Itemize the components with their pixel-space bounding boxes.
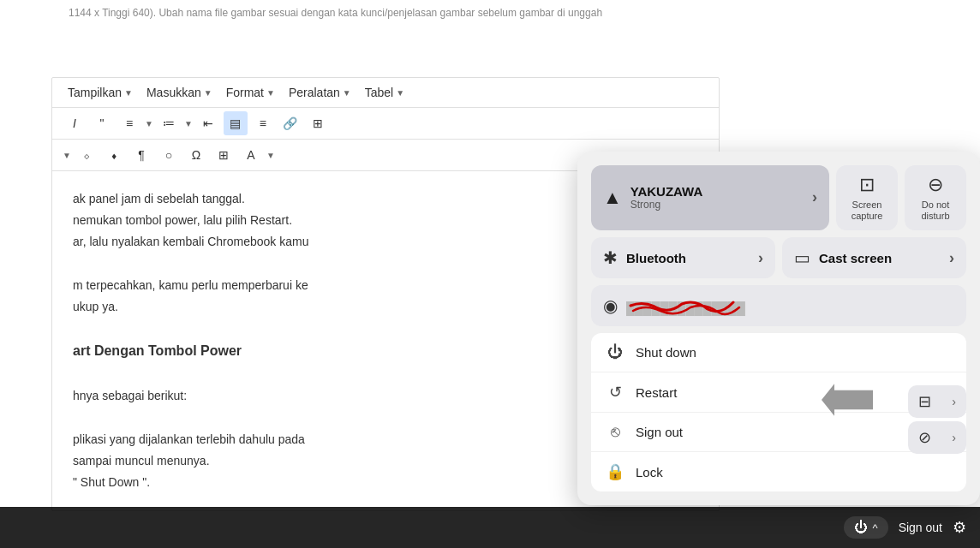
popup-mid-row: ✱ Bluetooth › ▭ Cast screen › <box>591 237 966 278</box>
menu-bar: Tampilkan ▼ Masukkan ▼ Format ▼ Peralata… <box>52 78 719 108</box>
bluetooth-chevron-icon: › <box>758 249 763 267</box>
shut-down-button[interactable]: ⏻ Shut down <box>591 333 966 372</box>
bluetooth-label: Bluetooth <box>626 251 750 265</box>
chevron-down-icon: ▼ <box>124 88 133 98</box>
draw-button[interactable]: ○ <box>157 143 181 167</box>
no-disturb-tile[interactable]: ⊘ › <box>908 421 966 454</box>
chevron-down-icon: ▼ <box>343 88 351 98</box>
menu-tampilkan[interactable]: Tampilkan ▼ <box>63 83 138 102</box>
font-color-chevron-icon: ▼ <box>266 151 275 160</box>
toolbar-row1: I " ≡ ▼ ≔ ▼ ⇤ ▤ ≡ 🔗 ⊞ <box>52 108 719 140</box>
info-bar: 1144 x Tinggi 640). Ubah nama file gamba… <box>69 7 602 19</box>
screen-capture-tile[interactable]: ⊡ Screen capture <box>836 165 898 230</box>
align-right-button[interactable]: ≡ <box>251 111 275 135</box>
cast-label: Cast screen <box>819 251 941 265</box>
cast-screen-tile[interactable]: ▭ Cast screen › <box>782 237 966 278</box>
user-name-scribble: ██████████████ <box>626 295 746 319</box>
wifi-chevron-icon: › <box>812 188 817 206</box>
restart-icon: ↺ <box>605 383 625 402</box>
menu-masukkan[interactable]: Masukkan ▼ <box>141 83 218 102</box>
taskbar-signout-label: Sign out <box>899 521 942 534</box>
font-size-chevron-icon: ▼ <box>63 151 71 160</box>
taskbar-power-icon: ⏻ <box>854 520 868 535</box>
lock-icon: 🔒 <box>605 462 625 481</box>
captions-chevron-icon: › <box>952 395 956 408</box>
taskbar-power-button[interactable]: ⏻ ^ <box>844 516 888 539</box>
do-not-disturb-tile[interactable]: ⊖ Do not disturb <box>905 165 966 230</box>
lock-button[interactable]: 🔒 Lock <box>591 452 966 491</box>
screen-capture-label: Screen capture <box>852 200 883 222</box>
popup-top-row: ▲ YAKUZAWA Strong › ⊡ Screen capture ⊖ D… <box>591 165 966 230</box>
user-row: ◉ ██████████████ <box>591 285 966 326</box>
cast-icon: ▭ <box>794 247 810 268</box>
no-disturb-chevron-icon: › <box>952 431 956 444</box>
chevron-down-icon: ▼ <box>204 88 212 98</box>
wifi-tile[interactable]: ▲ YAKUZAWA Strong › <box>591 165 829 230</box>
captions-tile[interactable]: ⊟ › <box>908 385 966 418</box>
menu-peralatan[interactable]: Peralatan ▼ <box>284 83 356 102</box>
user-icon: ◉ <box>603 295 618 316</box>
taskbar-settings-icon[interactable]: ⚙ <box>953 518 966 537</box>
lock-label: Lock <box>636 465 663 480</box>
chevron-down-icon: ▼ <box>266 88 275 98</box>
cast-chevron-icon: › <box>949 249 954 267</box>
quote-button[interactable]: " <box>90 111 114 135</box>
menu-format[interactable]: Format ▼ <box>221 83 280 102</box>
list-button[interactable]: ≡ <box>117 111 141 135</box>
svg-marker-1 <box>822 384 873 416</box>
wifi-info: YAKUZAWA Strong <box>630 184 804 211</box>
image-button[interactable]: ⊞ <box>306 111 330 135</box>
top-right-icons: ⊡ Screen capture ⊖ Do not disturb <box>836 165 966 230</box>
list-chevron-icon: ▼ <box>145 119 153 128</box>
taskbar: ⏻ ^ Sign out ⚙ <box>0 507 980 548</box>
bluetooth-icon: ✱ <box>603 247 618 268</box>
paragraph-button[interactable]: ¶ <box>129 143 153 167</box>
menu-tabel[interactable]: Tabel ▼ <box>360 83 409 102</box>
taskbar-chevron: ^ <box>873 521 878 534</box>
italic-button[interactable]: I <box>63 111 87 135</box>
no-disturb-icon: ⊘ <box>918 428 931 447</box>
indent-left-button[interactable]: ⇤ <box>196 111 220 135</box>
link-button[interactable]: 🔗 <box>278 111 302 135</box>
wifi-icon: ▲ <box>603 187 622 209</box>
ordered-list-button[interactable]: ≔ <box>157 111 181 135</box>
wifi-strength: Strong <box>630 199 804 211</box>
power-icon: ⏻ <box>605 343 625 361</box>
bluetooth-tile[interactable]: ✱ Bluetooth › <box>591 237 775 278</box>
table-button[interactable]: ⊞ <box>212 143 236 167</box>
indent-button[interactable]: ⬦ <box>75 143 99 167</box>
do-not-disturb-label: Do not disturb <box>921 200 949 222</box>
far-right-icons: ⊟ › ⊘ › <box>908 385 966 454</box>
ordered-list-chevron-icon: ▼ <box>184 119 193 128</box>
font-color-button[interactable]: A <box>239 143 263 167</box>
screen-capture-icon: ⊡ <box>859 174 875 196</box>
special-char-button[interactable]: Ω <box>184 143 208 167</box>
wifi-name: YAKUZAWA <box>630 184 804 199</box>
outdent-button[interactable]: ⬧ <box>102 143 126 167</box>
do-not-disturb-icon: ⊖ <box>928 174 943 196</box>
chevron-down-icon: ▼ <box>396 88 404 98</box>
restart-label: Restart <box>636 385 677 400</box>
sign-out-icon: ⎋ <box>605 423 625 441</box>
shut-down-label: Shut down <box>636 345 696 360</box>
captions-icon: ⊟ <box>918 392 931 411</box>
user-scribble-area: ██████████████ <box>626 295 954 316</box>
sign-out-label: Sign out <box>636 425 683 439</box>
align-center-button[interactable]: ▤ <box>224 111 248 135</box>
